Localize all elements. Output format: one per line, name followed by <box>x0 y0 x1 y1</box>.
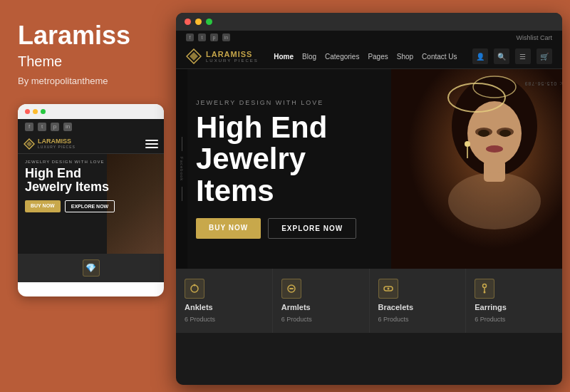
strip-line-top <box>182 137 182 151</box>
mobile-dot-red <box>25 109 30 114</box>
hamburger-line-2 <box>145 143 158 145</box>
strip-label: Facebook <box>180 157 184 181</box>
category-earrings[interactable]: Earrings 6 Products <box>466 269 562 333</box>
hero-image: Call Us on: 015-56-789 <box>391 69 562 269</box>
nav-icons: 👤 🔍 ☰ 🛒 <box>472 48 552 64</box>
hamburger-line-3 <box>145 147 158 148</box>
category-armlets[interactable]: Armlets 6 Products <box>273 269 370 333</box>
svg-point-24 <box>483 284 487 288</box>
mobile-hero-label: JEWELRY DESIGN WITH LOVE <box>25 160 157 164</box>
earrings-icon <box>475 279 494 299</box>
bracelets-name: Bracelets <box>378 303 414 311</box>
svg-point-8 <box>448 172 541 229</box>
armlets-count: 6 Products <box>281 316 312 323</box>
brand-title: Laramiss <box>18 21 150 50</box>
mobile-logo: LARAMISS LUXURY PIECES <box>24 138 76 150</box>
brand-subtitle: Theme <box>18 53 150 70</box>
svg-point-6 <box>467 101 522 165</box>
browser-twitter-icon[interactable]: t <box>198 33 206 41</box>
mobile-explore-button[interactable]: EXPLORE NOW <box>65 200 115 212</box>
browser-wishlist-cart[interactable]: Wishlist Cart <box>516 34 552 41</box>
browser-social-icons: f t p in <box>186 33 230 41</box>
earrings-name: Earrings <box>475 303 507 311</box>
browser-social-bar: f t p in Wishlist Cart <box>176 31 562 44</box>
svg-point-16 <box>499 130 511 137</box>
mobile-logo-text: LARAMISS <box>38 138 76 145</box>
svg-marker-3 <box>190 52 198 61</box>
hero-figure <box>391 69 562 269</box>
armlets-icon <box>281 279 301 299</box>
hero-buttons: BUY NOW EXPLORE NOW <box>196 218 377 239</box>
mobile-hero-title: High End Jewelry Items <box>25 167 157 195</box>
brand-by: By metropolitantheme <box>18 76 150 86</box>
nav-account-icon[interactable]: 👤 <box>472 48 488 64</box>
category-bracelets[interactable]: Bracelets 6 Products <box>370 269 467 333</box>
svg-point-11 <box>465 141 470 147</box>
anklets-count: 6 Products <box>185 316 215 323</box>
mobile-logo-icon <box>24 138 35 150</box>
nav-link-categories[interactable]: Categories <box>325 53 359 61</box>
hamburger-icon[interactable] <box>145 140 158 148</box>
svg-rect-21 <box>289 288 294 289</box>
mobile-dot-green <box>41 109 46 114</box>
armlets-name: Armlets <box>281 303 311 311</box>
nav-link-pages[interactable]: Pages <box>368 53 388 61</box>
mobile-pinterest-icon: p <box>51 123 59 131</box>
mobile-mockup: f t p in LARAMISS LUXURY PIECES <box>18 104 164 296</box>
svg-marker-1 <box>26 141 32 147</box>
svg-point-23 <box>387 288 389 290</box>
nav-logo-text: LARAMISS LUXURY PIECES <box>206 51 259 63</box>
mobile-facebook-icon: f <box>25 123 33 131</box>
bracelets-count: 6 Products <box>378 316 409 323</box>
hero-side-text: Call Us on: 015-56-789 <box>524 81 563 86</box>
strip-line-bottom <box>182 187 182 201</box>
nav-search-icon[interactable]: 🔍 <box>494 48 509 64</box>
earrings-count: 6 Products <box>475 316 505 323</box>
browser-dot-yellow <box>195 19 202 25</box>
mobile-logo-sub: LUXURY PIECES <box>38 145 76 149</box>
browser-pinterest-icon[interactable]: p <box>210 33 218 41</box>
browser-nav: LARAMISS LUXURY PIECES Home Blog Categor… <box>176 44 562 69</box>
nav-cart-icon[interactable]: 🛒 <box>537 48 552 64</box>
nav-logo-main: LARAMISS <box>206 51 259 58</box>
anklets-name: Anklets <box>185 303 213 311</box>
browser-linkedin-icon[interactable]: in <box>222 33 230 41</box>
mobile-twitter-icon: t <box>38 123 46 131</box>
browser-mockup: f t p in Wishlist Cart LARAMISS LUXURY P… <box>176 13 562 385</box>
bracelets-icon <box>378 279 398 299</box>
hero-left-strip: Facebook <box>176 69 187 269</box>
nav-link-shop[interactable]: Shop <box>397 53 413 61</box>
mobile-nav: LARAMISS LUXURY PIECES <box>18 135 164 154</box>
hero-title: High End Jewelry Items <box>196 112 377 206</box>
browser-hero: Facebook JEWELRY DESIGN WITH LOVE High E… <box>176 69 562 269</box>
nav-link-contact[interactable]: Contact Us <box>422 53 457 61</box>
nav-logo-sub: LUXURY PIECES <box>206 58 259 63</box>
nav-link-blog[interactable]: Blog <box>302 53 316 61</box>
browser-facebook-icon[interactable]: f <box>186 33 194 41</box>
mobile-bottom-bar: 💎 <box>18 254 164 282</box>
anklets-icon <box>185 279 204 299</box>
mobile-dot-yellow <box>33 109 38 114</box>
hero-buy-now-button[interactable]: BUY NOW <box>196 218 261 239</box>
mobile-social-bar: f t p in <box>18 119 164 135</box>
category-anklets[interactable]: Anklets 6 Products <box>176 269 273 333</box>
mobile-linkedin-icon: in <box>63 123 72 131</box>
nav-logo: LARAMISS LUXURY PIECES <box>186 48 259 64</box>
nav-link-home[interactable]: Home <box>274 53 294 61</box>
hamburger-line-1 <box>145 140 158 141</box>
svg-point-26 <box>484 292 486 294</box>
browser-dot-green <box>206 19 212 25</box>
browser-dot-red <box>185 19 191 25</box>
left-panel: Laramiss Theme By metropolitantheme f t … <box>0 0 167 392</box>
nav-logo-icon <box>186 48 202 64</box>
nav-menu-icon[interactable]: ☰ <box>515 48 531 64</box>
mobile-titlebar <box>18 104 164 119</box>
mobile-category-icon: 💎 <box>83 259 100 277</box>
mobile-hero-buttons: BUY NOW EXPLORE NOW <box>25 200 157 212</box>
svg-point-19 <box>194 284 196 287</box>
nav-links: Home Blog Categories Pages Shop Contact … <box>274 53 457 61</box>
mobile-hero: JEWELRY DESIGN WITH LOVE High End Jewelr… <box>18 154 164 254</box>
hero-explore-button[interactable]: EXPLORE NOW <box>268 218 356 239</box>
svg-point-15 <box>478 130 489 137</box>
mobile-buy-now-button[interactable]: BUY NOW <box>25 200 61 212</box>
